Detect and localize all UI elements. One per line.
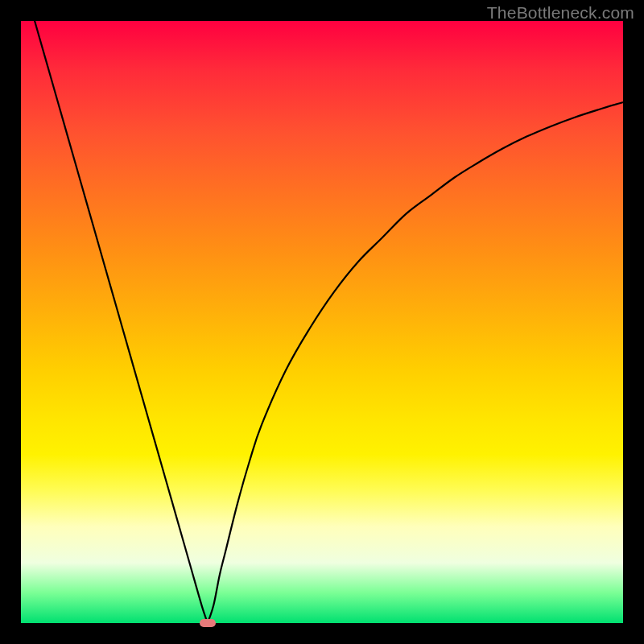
bottleneck-curve	[21, 21, 623, 623]
plot-background	[21, 21, 623, 623]
optimum-marker	[200, 619, 216, 627]
watermark-text: TheBottleneck.com	[487, 3, 634, 23]
